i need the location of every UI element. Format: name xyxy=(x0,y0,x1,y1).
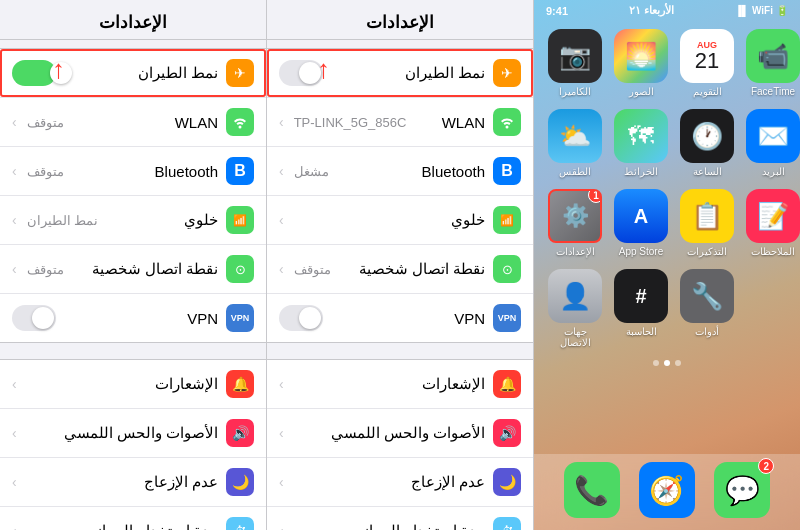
sound-label-2: الأصوات والحس اللمسي xyxy=(331,424,485,442)
sound-row-2[interactable]: 🔊 الأصوات والحس اللمسي › xyxy=(267,409,533,458)
photos-icon: 🌅 xyxy=(614,29,668,83)
notif-icon-1: 🔔 xyxy=(226,370,254,398)
app-settings[interactable]: ⚙️ 1 الإعدادات xyxy=(548,189,602,257)
airplane-toggle-1[interactable] xyxy=(12,60,56,86)
app-contacts[interactable]: 👤 جهات الاتصال xyxy=(548,269,602,348)
vpn-label-2: VPN xyxy=(454,310,485,327)
wlan-row-1[interactable]: WLAN متوقف › xyxy=(0,98,266,147)
vpn-row-2[interactable]: VPN VPN xyxy=(267,294,533,342)
notif-icon-2: 🔔 xyxy=(493,370,521,398)
dnd-icon-2: 🌙 xyxy=(493,468,521,496)
cellular-icon-1: 📶 xyxy=(226,206,254,234)
app-notes[interactable]: 📋 التذكيرات xyxy=(680,189,734,257)
airplane-icon-1: ✈ xyxy=(226,59,254,87)
cellular-row-1[interactable]: 📶 خلوي نمط الطيران › xyxy=(0,196,266,245)
app-calendar[interactable]: AUG 21 التقويم xyxy=(680,29,734,97)
vpn-toggle-2[interactable] xyxy=(279,305,323,331)
dock-safari[interactable]: 🧭 xyxy=(639,462,695,518)
phone-icon: 📞 xyxy=(564,462,620,518)
notes-icon: 📋 xyxy=(680,189,734,243)
airplane-row-1[interactable]: ✈ نمط الطيران xyxy=(0,49,266,98)
cellular-icon-2: 📶 xyxy=(493,206,521,234)
maps-label: الخرائط xyxy=(624,166,658,177)
cellular-row-2[interactable]: 📶 خلوي › xyxy=(267,196,533,245)
settings-panel-2: الإعدادات ✈ نمط الطيران WLAN TP-LINK_ xyxy=(267,0,534,530)
mail-label: البريد xyxy=(762,166,785,177)
vpn-row-1[interactable]: VPN VPN xyxy=(0,294,266,342)
dot-1 xyxy=(653,360,659,366)
hotspot-icon-2: ⊙ xyxy=(493,255,521,283)
status-icons: ▐▌ WiFi 🔋 xyxy=(735,5,788,16)
app-appstore[interactable]: A App Store xyxy=(614,189,668,257)
wifi-status-icon: WiFi xyxy=(752,5,773,16)
app-calc[interactable]: # الحاسبة xyxy=(614,269,668,348)
notif-label-1: الإشعارات xyxy=(155,375,218,393)
messages-icon: 💬 2 xyxy=(714,462,770,518)
app-mail[interactable]: ✉️ البريد xyxy=(746,109,800,177)
bt-label-1: Bluetooth xyxy=(155,163,218,180)
screentime-icon-2: ⏱ xyxy=(493,517,521,530)
notes-label: التذكيرات xyxy=(687,246,727,257)
clock-label: الساعة xyxy=(693,166,722,177)
camera-icon: 📷 xyxy=(548,29,602,83)
camera-label: الكاميرا xyxy=(559,86,591,97)
appstore-label: App Store xyxy=(619,246,663,257)
dnd-row-1[interactable]: 🌙 عدم الإزعاج › xyxy=(0,458,266,507)
hotspot-value-1: متوقف xyxy=(27,262,64,277)
panel2-title: الإعدادات xyxy=(267,0,533,40)
wlan-label-1: WLAN xyxy=(175,114,218,131)
airplane-label-1: نمط الطيران xyxy=(138,64,218,82)
status-bar: 9:41 الأربعاء ٢١ ▐▌ WiFi 🔋 xyxy=(534,0,800,21)
empty-slot xyxy=(746,269,800,323)
screentime-row-2[interactable]: ⏱ مدة استخدام الجهاز › xyxy=(267,507,533,530)
wlan-value-2: TP-LINK_5G_856C xyxy=(294,115,407,130)
calendar-icon: AUG 21 xyxy=(680,29,734,83)
bluetooth-row-1[interactable]: B Bluetooth متوقف › xyxy=(0,147,266,196)
maps-icon: 🗺 xyxy=(614,109,668,163)
app-camera[interactable]: 📷 الكاميرا xyxy=(548,29,602,97)
page-dots xyxy=(534,360,800,366)
wifi-icon-1 xyxy=(226,108,254,136)
hotspot-value-2: متوقف xyxy=(294,262,331,277)
sound-row-1[interactable]: 🔊 الأصوات والحس اللمسي › xyxy=(0,409,266,458)
app-grid: 📷 الكاميرا 🌅 الصور AUG 21 التقويم 📹 Face… xyxy=(534,21,800,356)
app-weather[interactable]: ⛅ الطقس xyxy=(548,109,602,177)
cellular-value-1: نمط الطيران xyxy=(27,213,99,228)
battery-icon: 🔋 xyxy=(776,5,788,16)
hotspot-row-1[interactable]: ⊙ نقطة اتصال شخصية متوقف › xyxy=(0,245,266,294)
dnd-row-2[interactable]: 🌙 عدم الإزعاج › xyxy=(267,458,533,507)
status-time: 9:41 xyxy=(546,5,568,17)
app-maps[interactable]: 🗺 الخرائط xyxy=(614,109,668,177)
hotspot-row-2[interactable]: ⊙ نقطة اتصال شخصية متوقف › xyxy=(267,245,533,294)
dock-phone[interactable]: 📞 xyxy=(564,462,620,518)
dot-3 xyxy=(675,360,681,366)
vpn-toggle-1[interactable] xyxy=(12,305,56,331)
airplane-row-2[interactable]: ✈ نمط الطيران xyxy=(267,49,533,98)
wlan-row-2[interactable]: WLAN TP-LINK_5G_856C › xyxy=(267,98,533,147)
app-health[interactable]: 📝 الملاحظات xyxy=(746,189,800,257)
settings-app-icon: ⚙️ 1 xyxy=(548,189,602,243)
bluetooth-row-2[interactable]: B Bluetooth مشغل › xyxy=(267,147,533,196)
calc-icon: # xyxy=(614,269,668,323)
facetime-icon: 📹 xyxy=(746,29,800,83)
notif-row-2[interactable]: 🔔 الإشعارات › xyxy=(267,360,533,409)
dock: 📞 🧭 💬 2 xyxy=(534,454,800,530)
airplane-icon-2: ✈ xyxy=(493,59,521,87)
facetime-label: FaceTime xyxy=(751,86,795,97)
screentime-label-2: مدة استخدام الجهاز xyxy=(362,522,485,530)
bt-icon-2: B xyxy=(493,157,521,185)
screentime-label-1: مدة استخدام الجهاز xyxy=(95,522,218,530)
app-facetime[interactable]: 📹 FaceTime xyxy=(746,29,800,97)
dock-messages[interactable]: 💬 2 xyxy=(714,462,770,518)
health-label: الملاحظات xyxy=(751,246,795,257)
app-clock[interactable]: 🕐 الساعة xyxy=(680,109,734,177)
airplane-label-2: نمط الطيران xyxy=(405,64,485,82)
sound-label-1: الأصوات والحس اللمسي xyxy=(64,424,218,442)
screentime-row-1[interactable]: ⏱ مدة استخدام الجهاز › xyxy=(0,507,266,530)
notif-row-1[interactable]: 🔔 الإشعارات › xyxy=(0,360,266,409)
bt-value-1: متوقف xyxy=(27,164,64,179)
app-photos[interactable]: 🌅 الصور xyxy=(614,29,668,97)
wlan-chevron-1: › xyxy=(12,114,17,130)
panel1-title: الإعدادات xyxy=(0,0,266,40)
app-tools[interactable]: 🔧 أدوات xyxy=(680,269,734,348)
